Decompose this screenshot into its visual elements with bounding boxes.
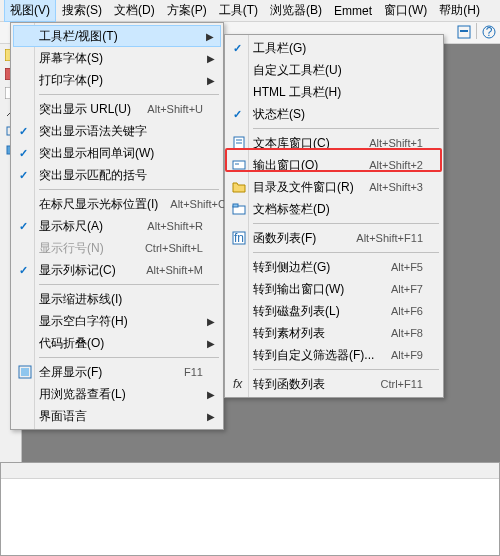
menu-item-label: 显示行号(N) [39,240,104,257]
toolbar-submenu-item[interactable]: 文档标签栏(D) [227,198,441,220]
menu-item-label: HTML 工具栏(H) [253,84,341,101]
toolbar-submenu-item[interactable]: 输出窗口(O)Alt+Shift+2 [227,154,441,176]
toolbar-submenu-item[interactable]: ✓工具栏(G) [227,37,441,59]
toolbar-submenu-item[interactable]: 转到素材列表Alt+F8 [227,322,441,344]
menu-item-label: 显示缩进标线(I) [39,291,122,308]
view-menu-item[interactable]: 在标尺显示光标位置(I)Alt+Shift+C [13,193,221,215]
fx-icon: fx [231,376,247,392]
menu-window[interactable]: 窗口(W) [378,0,433,22]
toolbar-view-submenu: ✓工具栏(G)自定义工具栏(U)HTML 工具栏(H)✓状态栏(S)文本库窗口(… [224,34,444,398]
view-menu-item[interactable]: ✓突出显示相同单词(W) [13,142,221,164]
menu-item-label: 工具栏/视图(T) [39,28,118,45]
menubar: 视图(V) 搜索(S) 文档(D) 方案(P) 工具(T) 浏览器(B) Emm… [0,0,500,22]
menu-separator [253,223,439,224]
view-menu-item[interactable]: 突出显示 URL(U)Alt+Shift+U [13,98,221,120]
view-menu-item[interactable]: 全屏显示(F)F11 [13,361,221,383]
menu-browser[interactable]: 浏览器(B) [264,0,328,22]
view-menu-item[interactable]: 显示缩进标线(I) [13,288,221,310]
menu-item-shortcut: Alt+Shift+U [135,103,203,115]
bottom-editor-panel [0,462,500,556]
view-menu-item[interactable]: ✓突出显示语法关键字 [13,120,221,142]
toolbar-submenu-item[interactable]: 转到输出窗口(W)Alt+F7 [227,278,441,300]
view-menu-item[interactable]: 代码折叠(O)▶ [13,332,221,354]
toolbar-tool-a[interactable] [455,23,473,41]
menu-item-label: 突出显示语法关键字 [39,123,147,140]
toolbar-submenu-item[interactable]: 转到磁盘列表(L)Alt+F6 [227,300,441,322]
menu-item-label: 突出显示 URL(U) [39,101,131,118]
submenu-arrow-icon: ▶ [207,75,215,86]
menu-item-shortcut: Alt+Shift+F11 [344,232,423,244]
tabs-icon [231,201,247,217]
menu-view[interactable]: 视图(V) [4,0,56,22]
menu-emmet[interactable]: Emmet [328,1,378,21]
menu-item-label: 界面语言 [39,408,87,425]
bottom-editor-bar [1,463,499,479]
menu-item-shortcut: Alt+F7 [379,283,423,295]
menu-item-shortcut: Alt+Shift+3 [357,181,423,193]
menu-item-label: 转到磁盘列表(L) [253,303,340,320]
menu-separator [253,252,439,253]
menu-item-label: 文本库窗口(C) [253,135,330,152]
menu-item-shortcut: Alt+Shift+2 [357,159,423,171]
toolbar-submenu-item[interactable]: fn函数列表(F)Alt+Shift+F11 [227,227,441,249]
toolbar-separator [476,23,477,39]
toolbar-submenu-item[interactable]: 自定义工具栏(U) [227,59,441,81]
svg-rect-1 [460,30,468,32]
toolbar-submenu-item[interactable]: 转到侧边栏(G)Alt+F5 [227,256,441,278]
menu-project[interactable]: 方案(P) [161,0,213,22]
view-menu-item[interactable]: 用浏览器查看(L)▶ [13,383,221,405]
submenu-arrow-icon: ▶ [206,31,214,42]
check-icon: ✓ [19,220,28,233]
toolbar-submenu-item[interactable]: fx转到函数列表Ctrl+F11 [227,373,441,395]
menu-item-label: 工具栏(G) [253,40,306,57]
view-menu-item[interactable]: ✓显示列标记(C)Alt+Shift+M [13,259,221,281]
textlib-icon [231,135,247,151]
menu-item-shortcut: Ctrl+F11 [369,378,424,390]
menu-item-shortcut: Ctrl+Shift+L [133,242,203,254]
folder-icon [231,179,247,195]
func-icon: fn [231,230,247,246]
view-menu-item[interactable]: 工具栏/视图(T)▶ [13,25,221,47]
menu-item-shortcut: Alt+Shift+R [135,220,203,232]
menu-item-shortcut: Alt+F5 [379,261,423,273]
toolbar-submenu-item[interactable]: HTML 工具栏(H) [227,81,441,103]
submenu-arrow-icon: ▶ [207,316,215,327]
svg-text:?: ? [486,25,493,39]
menu-separator [39,284,219,285]
menu-item-shortcut: Alt+F8 [379,327,423,339]
menu-item-shortcut: Alt+Shift+1 [357,137,423,149]
menu-item-label: 在标尺显示光标位置(I) [39,196,158,213]
view-menu-item[interactable]: 打印字体(P)▶ [13,69,221,91]
check-icon: ✓ [233,108,242,121]
menu-item-label: 突出显示匹配的括号 [39,167,147,184]
view-menu-item[interactable]: 界面语言▶ [13,405,221,427]
menu-document[interactable]: 文档(D) [108,0,161,22]
view-menu-item[interactable]: 显示空白字符(H)▶ [13,310,221,332]
help-icon[interactable]: ? [480,23,498,41]
toolbar-submenu-item[interactable]: 转到自定义筛选器(F)...Alt+F9 [227,344,441,366]
menu-item-label: 突出显示相同单词(W) [39,145,154,162]
view-menu-dropdown: 工具栏/视图(T)▶屏幕字体(S)▶打印字体(P)▶突出显示 URL(U)Alt… [10,22,224,430]
check-icon: ✓ [19,264,28,277]
check-icon: ✓ [19,125,28,138]
menu-item-label: 函数列表(F) [253,230,316,247]
toolbar-submenu-item[interactable]: ✓状态栏(S) [227,103,441,125]
view-menu-item[interactable]: ✓显示标尺(A)Alt+Shift+R [13,215,221,237]
submenu-arrow-icon: ▶ [207,389,215,400]
menu-item-label: 用浏览器查看(L) [39,386,126,403]
menu-help[interactable]: 帮助(H) [433,0,486,22]
svg-text:fx: fx [233,377,243,391]
submenu-arrow-icon: ▶ [207,53,215,64]
view-menu-item[interactable]: ✓突出显示匹配的括号 [13,164,221,186]
menu-item-label: 输出窗口(O) [253,157,318,174]
menu-item-label: 转到输出窗口(W) [253,281,344,298]
view-menu-item[interactable]: 屏幕字体(S)▶ [13,47,221,69]
svg-rect-14 [233,161,245,169]
toolbar-submenu-item[interactable]: 目录及文件窗口(R)Alt+Shift+3 [227,176,441,198]
menu-item-shortcut: Alt+F9 [379,349,423,361]
toolbar-submenu-item[interactable]: 文本库窗口(C)Alt+Shift+1 [227,132,441,154]
menu-item-label: 显示空白字符(H) [39,313,128,330]
menu-search[interactable]: 搜索(S) [56,0,108,22]
menu-tools[interactable]: 工具(T) [213,0,264,22]
menu-item-label: 打印字体(P) [39,72,103,89]
